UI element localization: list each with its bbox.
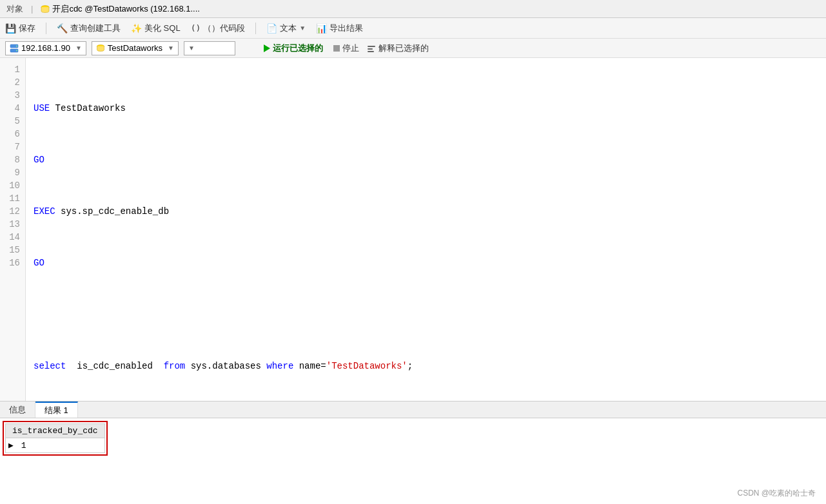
toolbar: 💾 保存 🔨 查询创建工具 ✨ 美化 SQL () （）代码段 📄 文本 ▼ 📊… bbox=[0, 18, 826, 39]
host-dropdown[interactable]: 192.168.1.90 ▼ bbox=[5, 41, 86, 55]
run-selected-label: 运行已选择的 bbox=[273, 43, 323, 54]
stop-icon bbox=[333, 45, 340, 52]
tab-results-1[interactable]: 结果 1 bbox=[35, 402, 78, 418]
tab-info[interactable]: 信息 bbox=[0, 402, 35, 418]
tab-title[interactable]: 开启cdc @TestDataworks (192.168.1.... bbox=[52, 3, 200, 15]
save-label: 保存 bbox=[19, 23, 35, 34]
save-button[interactable]: 💾 保存 bbox=[5, 23, 35, 34]
export-results-button[interactable]: 📊 导出结果 bbox=[316, 23, 363, 34]
code-line-1: USE TestDataworks bbox=[34, 102, 818, 115]
tab-icon: 开启cdc @TestDataworks (192.168.1.... bbox=[41, 3, 200, 15]
result-box: is_tracked_by_cdc ▶ 1 bbox=[3, 421, 108, 456]
results-table: is_tracked_by_cdc ▶ 1 bbox=[5, 423, 105, 453]
tab-info-label: 信息 bbox=[9, 404, 26, 416]
code-line-3: EXEC sys.sp_cdc_enable_db bbox=[34, 205, 818, 218]
row-indicator: ▶ 1 bbox=[6, 438, 105, 453]
tab-object-label: 对象 bbox=[6, 3, 23, 15]
svg-rect-6 bbox=[368, 46, 375, 47]
explain-icon bbox=[367, 44, 376, 53]
database-value: TestDataworks bbox=[108, 43, 162, 53]
toolbar-separator-2 bbox=[255, 23, 256, 34]
explain-selected-button[interactable]: 解释已选择的 bbox=[367, 43, 429, 54]
beautify-icon: ✨ bbox=[131, 23, 142, 34]
code-snippet-label: （）代码段 bbox=[203, 23, 245, 34]
query-builder-button[interactable]: 🔨 查询创建工具 bbox=[57, 23, 121, 34]
svg-point-3 bbox=[16, 45, 17, 46]
save-icon: 💾 bbox=[5, 23, 16, 34]
host-value: 192.168.1.90 bbox=[21, 43, 70, 53]
tab-results-1-label: 结果 1 bbox=[44, 405, 68, 416]
col-header-is-tracked: is_tracked_by_cdc bbox=[6, 424, 105, 438]
export-icon: 📊 bbox=[316, 23, 327, 34]
cell-value: 1 bbox=[21, 441, 26, 451]
stop-label: 停止 bbox=[342, 43, 359, 54]
beautify-sql-label: 美化 SQL bbox=[144, 23, 181, 34]
bottom-panel: 信息 结果 1 is_tracked_by_cdc ▶ bbox=[0, 401, 826, 504]
database-dropdown[interactable]: TestDataworks ▼ bbox=[92, 41, 179, 55]
connection-bar: 192.168.1.90 ▼ TestDataworks ▼ ▼ 运行已选择的 … bbox=[0, 39, 826, 58]
editor-area: 1 2 3 4 5 6 7 8 9 10 11 12 13 14 15 16 U… bbox=[0, 58, 826, 504]
text-icon: 📄 bbox=[266, 23, 277, 34]
text-label: 文本 bbox=[280, 23, 297, 34]
watermark: CSDN @吃素的哈士奇 bbox=[737, 488, 816, 499]
code-editor[interactable]: 1 2 3 4 5 6 7 8 9 10 11 12 13 14 15 16 U… bbox=[0, 58, 826, 401]
tabs-row: 信息 结果 1 bbox=[0, 402, 826, 418]
server-icon bbox=[10, 44, 19, 53]
export-label: 导出结果 bbox=[329, 23, 363, 34]
stop-button[interactable]: 停止 bbox=[333, 43, 359, 54]
query-builder-icon: 🔨 bbox=[57, 23, 68, 34]
results-area: is_tracked_by_cdc ▶ 1 bbox=[0, 418, 826, 504]
beautify-sql-button[interactable]: ✨ 美化 SQL bbox=[131, 23, 181, 34]
database-small-icon bbox=[96, 44, 105, 53]
code-line-5 bbox=[34, 308, 818, 321]
database-icon bbox=[41, 5, 50, 14]
row-arrow-icon: ▶ bbox=[8, 441, 14, 451]
code-line-2: GO bbox=[34, 153, 818, 166]
svg-point-4 bbox=[16, 50, 17, 51]
line-numbers: 1 2 3 4 5 6 7 8 9 10 11 12 13 14 15 16 bbox=[0, 58, 26, 401]
code-snippet-button[interactable]: () （）代码段 bbox=[191, 23, 246, 34]
code-snippet-icon: () bbox=[191, 23, 201, 33]
code-content[interactable]: USE TestDataworks GO EXEC sys.sp_cdc_ena… bbox=[26, 58, 826, 401]
explain-selected-label: 解释已选择的 bbox=[379, 43, 429, 54]
title-bar: 对象 | 开启cdc @TestDataworks (192.168.1.... bbox=[0, 0, 826, 18]
code-line-4: GO bbox=[34, 257, 818, 269]
query-builder-label: 查询创建工具 bbox=[70, 23, 121, 34]
run-selected-button[interactable]: 运行已选择的 bbox=[259, 41, 328, 55]
schema-dropdown[interactable]: ▼ bbox=[184, 41, 235, 55]
text-button[interactable]: 📄 文本 ▼ bbox=[266, 23, 306, 34]
toolbar-separator-1 bbox=[46, 23, 46, 34]
play-icon bbox=[264, 44, 270, 52]
svg-rect-8 bbox=[368, 51, 374, 52]
code-line-6: select is_cdc_enabled from sys.databases… bbox=[34, 360, 818, 373]
table-row: ▶ 1 bbox=[6, 438, 105, 453]
svg-rect-7 bbox=[368, 48, 373, 50]
